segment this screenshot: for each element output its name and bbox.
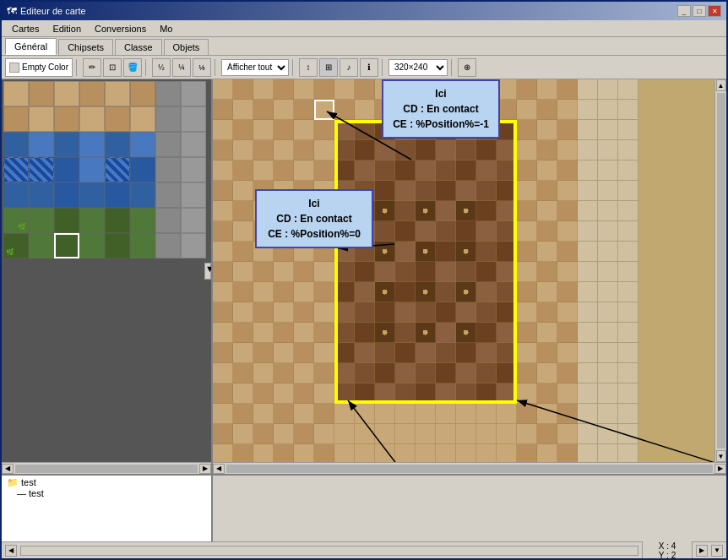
- map-tile[interactable]: [334, 383, 355, 404]
- tile-6-7[interactable]: [181, 233, 206, 258]
- menu-edition[interactable]: Edition: [46, 22, 88, 35]
- map-tile[interactable]: [578, 160, 598, 181]
- map-tile[interactable]: [537, 282, 557, 302]
- map-tile[interactable]: [537, 160, 557, 181]
- titlebar-controls[interactable]: _ □ ✕: [677, 5, 721, 17]
- map-tile[interactable]: [294, 100, 314, 120]
- map-tile[interactable]: [618, 302, 638, 323]
- map-tile[interactable]: [557, 323, 578, 343]
- bucket-tool-btn[interactable]: 🪣: [123, 58, 142, 77]
- map-tile[interactable]: [456, 302, 476, 323]
- map-tile[interactable]: [517, 221, 537, 242]
- map-tile[interactable]: [314, 79, 334, 100]
- grid-btn[interactable]: ⊞: [319, 58, 338, 77]
- map-hscroll-left[interactable]: ◀: [213, 464, 225, 474]
- map-tile[interactable]: [476, 444, 497, 462]
- map-tile[interactable]: [517, 100, 537, 120]
- map-tile[interactable]: [213, 140, 233, 160]
- tile-4-2[interactable]: [54, 182, 79, 208]
- map-tile[interactable]: [537, 262, 557, 282]
- map-tile[interactable]: [355, 100, 375, 120]
- map-tile[interactable]: [233, 181, 253, 201]
- map-tile[interactable]: [456, 323, 476, 343]
- map-tile[interactable]: [497, 302, 517, 323]
- map-tile[interactable]: [395, 404, 416, 424]
- map-tile[interactable]: [395, 323, 416, 343]
- map-tile[interactable]: [233, 282, 253, 302]
- map-tile[interactable]: [618, 383, 638, 404]
- tileset-container[interactable]: 🌿 🌿: [2, 79, 211, 462]
- map-tile[interactable]: [598, 160, 618, 181]
- map-tile[interactable]: [233, 201, 253, 221]
- map-tile[interactable]: [314, 160, 334, 181]
- map-tile[interactable]: [355, 120, 375, 140]
- map-tile[interactable]: [395, 262, 416, 282]
- map-tile[interactable]: [537, 221, 557, 242]
- resolution-select[interactable]: 320×240: [388, 59, 448, 76]
- menu-conversions[interactable]: Conversions: [88, 22, 153, 35]
- map-tile[interactable]: [618, 79, 638, 100]
- map-tile[interactable]: [274, 343, 294, 363]
- map-tile[interactable]: [537, 343, 557, 363]
- map-tile[interactable]: [233, 383, 253, 404]
- map-tile[interactable]: [557, 302, 578, 323]
- tree-child-0[interactable]: — test: [3, 488, 209, 498]
- tile-4-5[interactable]: [130, 182, 155, 208]
- map-tile[interactable]: [416, 181, 436, 201]
- map-tile[interactable]: [578, 262, 598, 282]
- map-tile[interactable]: [355, 282, 375, 302]
- map-tile[interactable]: [598, 262, 618, 282]
- map-tile[interactable]: [253, 160, 274, 181]
- map-tile[interactable]: [598, 282, 618, 302]
- map-tile[interactable]: [557, 363, 578, 383]
- map-tile[interactable]: [395, 242, 416, 262]
- map-tile[interactable]: [274, 404, 294, 424]
- map-tile[interactable]: [598, 302, 618, 323]
- map-tile[interactable]: [618, 282, 638, 302]
- map-tile[interactable]: [233, 242, 253, 262]
- tile-5-6[interactable]: [155, 208, 181, 233]
- map-tile[interactable]: [476, 383, 497, 404]
- draw-tool-btn[interactable]: ✏: [83, 58, 101, 77]
- map-tile[interactable]: [476, 140, 497, 160]
- map-tile[interactable]: [476, 424, 497, 444]
- map-tile[interactable]: [618, 404, 638, 424]
- map-tile[interactable]: [334, 140, 355, 160]
- map-tile[interactable]: [253, 424, 274, 444]
- map-tile[interactable]: [233, 424, 253, 444]
- map-tile[interactable]: [476, 404, 497, 424]
- map-tile[interactable]: [294, 343, 314, 363]
- map-tile[interactable]: [456, 343, 476, 363]
- tile-6-2[interactable]: [54, 233, 79, 258]
- tile-6-5[interactable]: [130, 233, 155, 258]
- map-tile[interactable]: [517, 160, 537, 181]
- tile-4-0[interactable]: [3, 182, 29, 208]
- map-tile[interactable]: [598, 404, 618, 424]
- map-tile[interactable]: [598, 242, 618, 262]
- map-tile[interactable]: [233, 120, 253, 140]
- map-tile[interactable]: [294, 444, 314, 462]
- map-tile[interactable]: [253, 140, 274, 160]
- tab-classe[interactable]: Classe: [115, 39, 162, 55]
- map-tile[interactable]: [497, 160, 517, 181]
- tile-2-6[interactable]: [155, 132, 181, 157]
- map-tile[interactable]: [416, 363, 436, 383]
- map-tile[interactable]: [395, 363, 416, 383]
- map-scroll-area[interactable]: IciCD : En contactCE : %Position%=-1 Ici…: [213, 79, 714, 462]
- map-tile[interactable]: [274, 363, 294, 383]
- map-tile[interactable]: [517, 181, 537, 201]
- tab-general[interactable]: Général: [5, 38, 57, 55]
- map-tile[interactable]: [618, 363, 638, 383]
- map-tile[interactable]: [253, 383, 274, 404]
- map-tile[interactable]: [294, 323, 314, 343]
- tile-5-0[interactable]: 🌿: [3, 208, 29, 233]
- map-tile[interactable]: [456, 242, 476, 262]
- map-tile[interactable]: [557, 404, 578, 424]
- map-tile[interactable]: [578, 100, 598, 120]
- tab-objets[interactable]: Objets: [164, 39, 209, 55]
- map-tile[interactable]: [395, 343, 416, 363]
- tile-5-2[interactable]: [54, 208, 79, 233]
- map-tile[interactable]: [213, 120, 233, 140]
- map-tile[interactable]: [233, 160, 253, 181]
- tile-2-0[interactable]: [3, 132, 29, 157]
